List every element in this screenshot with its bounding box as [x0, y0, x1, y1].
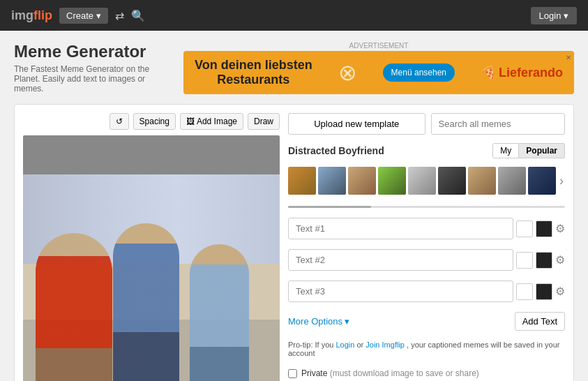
right-panel: Upload new template Distracted Boyfriend… — [288, 113, 565, 381]
meme-thumb-7[interactable] — [468, 167, 496, 195]
join-link[interactable]: Join Imgflip — [365, 341, 405, 349]
pro-tip: Pro-tip: If you Login or Join Imgflip , … — [288, 341, 565, 357]
text-color-white-1[interactable] — [516, 221, 533, 237]
meme-thumb-4[interactable] — [378, 167, 406, 195]
text-field-row-1: ⚙ — [288, 218, 565, 239]
login-link[interactable]: Login — [336, 341, 354, 349]
text-settings-icon-1[interactable]: ⚙ — [555, 222, 565, 235]
text-field-row-2: ⚙ — [288, 249, 565, 271]
header: imgflip Create ▾ ⇄ 🔍 Login ▾ — [0, 0, 588, 31]
upload-template-button[interactable]: Upload new template — [288, 113, 425, 135]
figure-man-center — [113, 223, 179, 381]
tab-popular[interactable]: Popular — [519, 143, 565, 158]
text-input-2[interactable] — [288, 249, 513, 271]
lieferando-icon: 🍕 — [481, 65, 496, 80]
ad-close-button[interactable]: ✕ — [566, 54, 571, 61]
spacing-button[interactable]: Spacing — [133, 113, 176, 130]
figure-woman-red — [36, 233, 112, 382]
create-button[interactable]: Create ▾ — [59, 8, 108, 24]
page-body: Meme Generator The Fastest Meme Generato… — [0, 31, 588, 381]
text-color-white-3[interactable] — [516, 283, 533, 300]
meme-selector-row: Distracted Boyfriend My Popular — [288, 143, 565, 158]
add-image-button[interactable]: 🖼 Add Image — [180, 113, 243, 130]
ad-text: Von deinen liebsten Restaurants — [195, 58, 312, 87]
login-button[interactable]: Login ▾ — [531, 7, 577, 24]
meme-name: Distracted Boyfriend — [288, 145, 384, 156]
meme-image-container — [23, 135, 280, 381]
toolbar: ↺ Spacing 🖼 Add Image Draw — [23, 113, 280, 130]
logo: imgflip — [11, 8, 52, 23]
more-thumbs-indicator[interactable]: › — [558, 174, 565, 188]
page-header: Meme Generator The Fastest Meme Generato… — [14, 42, 167, 94]
ad-brand: 🍕 Lieferando — [481, 65, 563, 80]
meme-thumb-3[interactable] — [348, 167, 376, 195]
figure-woman-blue — [190, 244, 249, 381]
text-settings-icon-2[interactable]: ⚙ — [555, 253, 565, 267]
dropdown-arrow-icon: ▾ — [345, 316, 349, 327]
chevron-down-icon: ▾ — [96, 10, 101, 21]
meme-image — [23, 174, 280, 382]
search-memes-input[interactable] — [431, 113, 566, 135]
private-checkbox-row: Private (must download image to save or … — [288, 368, 565, 378]
page-title: Meme Generator — [14, 42, 167, 61]
thumbnail-scrollbar[interactable] — [288, 206, 565, 208]
text-color-black-2[interactable] — [536, 252, 552, 269]
private-label: Private (must download image to save or … — [301, 368, 479, 378]
add-text-button[interactable]: Add Text — [515, 312, 565, 331]
text-color-white-2[interactable] — [516, 252, 533, 269]
text-settings-icon-3[interactable]: ⚙ — [555, 285, 565, 298]
meme-thumb-9[interactable] — [528, 167, 556, 195]
text-field-row-3: ⚙ — [288, 281, 565, 302]
meme-tool-container: ↺ Spacing 🖼 Add Image Draw — [14, 104, 574, 381]
tab-group: My Popular — [492, 143, 565, 158]
options-row: More Options ▾ Add Text — [288, 312, 565, 331]
meme-thumb-6[interactable] — [438, 167, 466, 195]
thumbnail-row: › — [288, 167, 565, 195]
draw-button[interactable]: Draw — [248, 113, 280, 130]
header-left: imgflip Create ▾ ⇄ 🔍 — [11, 8, 145, 24]
meme-thumb-8[interactable] — [498, 167, 526, 195]
ad-label: ADVERTISEMENT — [183, 42, 574, 50]
text-color-black-3[interactable] — [536, 283, 552, 300]
reset-rotation-button[interactable]: ↺ — [110, 113, 129, 130]
text-color-black-1[interactable] — [536, 221, 552, 237]
top-buttons-row: Upload new template — [288, 113, 565, 135]
search-icon[interactable]: 🔍 — [131, 9, 145, 22]
ad-banner: Von deinen liebsten Restaurants ⊗ Menü a… — [183, 51, 574, 94]
meme-thumb-5[interactable] — [408, 167, 436, 195]
meme-thumb-2[interactable] — [318, 167, 346, 195]
chevron-down-icon: ▾ — [564, 10, 568, 21]
text-input-1[interactable] — [288, 218, 513, 239]
shuffle-icon[interactable]: ⇄ — [115, 9, 124, 22]
page-subtitle: The Fastest Meme Generator on the Planet… — [14, 64, 167, 94]
ad-cta-button[interactable]: Menü ansehen — [383, 64, 455, 82]
tab-my[interactable]: My — [492, 143, 519, 158]
more-options-button[interactable]: More Options ▾ — [288, 316, 349, 327]
image-icon: 🖼 — [186, 117, 195, 126]
meme-background — [23, 174, 280, 382]
scrollbar-thumb — [288, 206, 371, 208]
text-input-3[interactable] — [288, 281, 513, 302]
private-checkbox[interactable] — [288, 369, 297, 378]
advertisement-area: ADVERTISEMENT Von deinen liebsten Restau… — [183, 42, 574, 94]
meme-thumb-1[interactable] — [288, 167, 316, 195]
ad-symbol: ⊗ — [338, 59, 357, 86]
left-panel: ↺ Spacing 🖼 Add Image Draw — [23, 113, 280, 381]
